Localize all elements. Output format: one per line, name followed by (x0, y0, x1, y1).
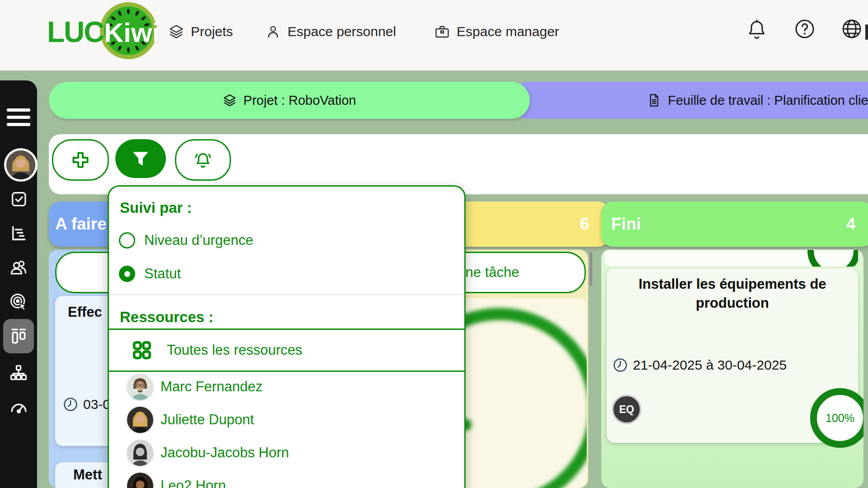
column-body-done: Installer les équipements de production … (601, 249, 863, 488)
progress-donut: 100% (810, 388, 863, 448)
clipped-edge-element[interactable] (865, 24, 868, 40)
nav-projets-label: Projets (191, 24, 233, 39)
top-header: LUC Kiwi Projet (0, 0, 868, 70)
nav-espace-manager-label: Espace manager (457, 24, 559, 39)
layers-icon (222, 93, 237, 108)
column-count-in-progress: 6 (580, 215, 589, 234)
layers-icon (168, 23, 184, 40)
avatar (127, 440, 153, 466)
gauge-icon (9, 398, 28, 418)
logo-text-kiwi[interactable]: Kiwi (104, 17, 160, 48)
project-banner-label: Projet : RoboVation (243, 93, 356, 108)
gantt-chart-icon (9, 224, 28, 243)
kanban-board-icon (9, 326, 28, 346)
resource-option[interactable]: Juliette Dupont (109, 403, 464, 436)
plus-icon (70, 150, 91, 170)
divider (109, 294, 464, 295)
project-banner[interactable]: Projet : RoboVation (49, 82, 530, 119)
radio-option-urgency[interactable]: Niveau d’urgence (109, 230, 464, 251)
task-card-date-text: 21-04-2025 à 30-04-2025 (633, 357, 787, 373)
task-card-done[interactable]: Installer les équipements de production … (607, 268, 858, 443)
target-icon (9, 292, 28, 312)
sidebar-objectives-item[interactable] (6, 289, 31, 314)
resource-name: Marc Fernandez (160, 379, 263, 395)
app-root: LUC Kiwi Projet (0, 0, 868, 488)
sidebar-dashboard-item[interactable] (6, 395, 31, 420)
avatar-image (6, 150, 35, 179)
resource-option[interactable]: Leo2 Horn (109, 469, 464, 488)
filter-funnel-icon (131, 149, 151, 169)
task-card-title: Mett (73, 467, 102, 483)
column-title-todo: A faire (55, 215, 107, 234)
avatar (127, 473, 153, 488)
nav-espace-personnel-label: Espace personnel (288, 24, 396, 39)
nav-espace-manager[interactable]: Espace manager (434, 18, 559, 45)
bell-ring-icon (193, 150, 213, 170)
resources-heading: Ressources : (120, 309, 213, 326)
worksheet-banner[interactable]: Feuille de travail : Planification clien… (510, 82, 868, 119)
resource-name: Leo2 Horn (160, 478, 226, 488)
sidebar-hierarchy-item[interactable] (6, 361, 31, 386)
column-count-done: 4 (846, 215, 868, 234)
filter-button[interactable] (115, 139, 166, 178)
notifications-bell-icon[interactable] (746, 18, 768, 40)
document-icon (647, 93, 661, 108)
resource-option[interactable]: Marc Fernandez (109, 370, 464, 403)
assignee-badge: EQ (612, 394, 642, 424)
globe-icon[interactable] (841, 18, 863, 40)
task-card-partial[interactable] (605, 250, 858, 267)
user-avatar[interactable] (4, 148, 38, 182)
sidebar (0, 80, 37, 488)
avatar (127, 374, 153, 400)
column-header-done: Fini 4 (601, 202, 868, 247)
resource-name: Juliette Dupont (160, 412, 254, 428)
avatar (127, 407, 153, 433)
briefcase-icon (434, 23, 450, 40)
column-scrollbar[interactable] (590, 252, 592, 286)
menu-hamburger-icon[interactable] (7, 108, 30, 127)
grid-icon (132, 340, 152, 361)
resource-name: Jacobu-Jacobs Horn (160, 445, 289, 461)
sidebar-kanban-item[interactable] (6, 324, 31, 349)
progress-ring-partial (807, 250, 858, 267)
person-icon (265, 23, 281, 40)
column-title-done: Fini (611, 215, 641, 234)
tracked-by-heading: Suivi par : (120, 199, 192, 216)
all-resources-label: Toutes les ressources (167, 342, 302, 358)
radio-option-urgency-label: Niveau d’urgence (144, 232, 253, 249)
worksheet-banner-label: Feuille de travail : Planification clien… (668, 93, 868, 108)
clock-icon (62, 396, 79, 413)
radio-selected-icon[interactable] (119, 266, 135, 282)
task-card-title: Effec (68, 304, 102, 320)
filter-dropdown-panel: Suivi par : Niveau d’urgence Statut Ress… (108, 185, 466, 488)
task-card-dates: 03-0 (62, 396, 110, 413)
task-card-date-text: 03-0 (83, 397, 110, 412)
add-button[interactable] (52, 139, 109, 181)
alerts-button[interactable] (175, 139, 231, 181)
sidebar-gantt-item[interactable] (6, 221, 31, 246)
clock-icon (612, 357, 628, 373)
radio-option-status-label: Statut (144, 266, 181, 282)
resource-option[interactable]: Jacobu-Jacobs Horn (109, 436, 464, 469)
org-chart-icon (9, 363, 28, 383)
checkbox-icon (9, 190, 28, 208)
sidebar-resources-item[interactable] (6, 255, 31, 280)
task-card-dates: 21-04-2025 à 30-04-2025 (612, 357, 787, 373)
sidebar-tasks-item[interactable] (6, 186, 31, 211)
all-resources-option[interactable]: Toutes les ressources (108, 328, 466, 372)
help-icon[interactable] (794, 18, 816, 40)
nav-espace-personnel[interactable]: Espace personnel (265, 18, 396, 45)
task-card-title: Installer les équipements de production (619, 275, 845, 313)
progress-value: 100% (826, 412, 854, 425)
nav-projets[interactable]: Projets (168, 18, 233, 45)
people-icon (9, 258, 28, 277)
logo-text-luc[interactable]: LUC (47, 15, 104, 49)
radio-option-status[interactable]: Statut (109, 263, 464, 285)
radio-unselected-icon[interactable] (119, 232, 135, 249)
